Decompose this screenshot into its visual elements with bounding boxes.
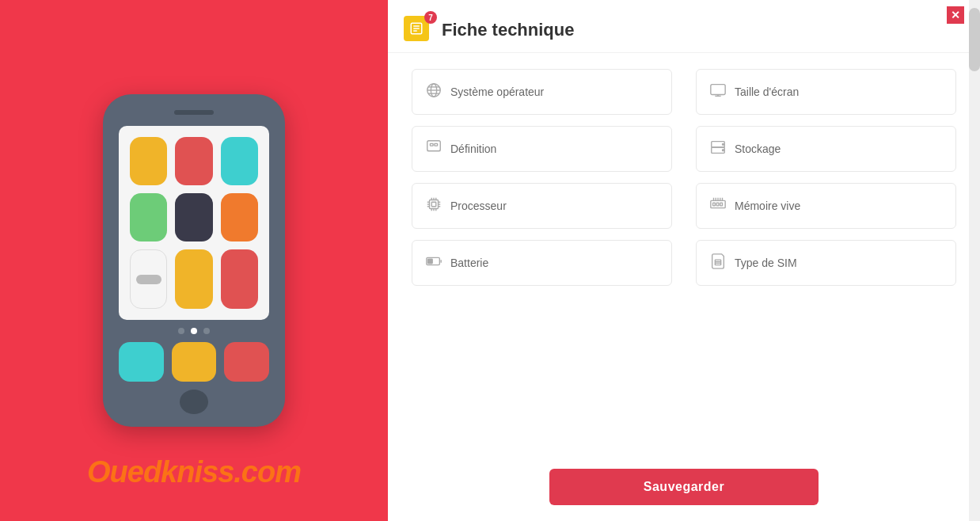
svg-rect-40 bbox=[713, 203, 716, 206]
battery-icon bbox=[425, 253, 443, 274]
field-label: Taille d'écran bbox=[735, 86, 799, 98]
field-label: Stockage bbox=[735, 143, 781, 155]
phone-speaker bbox=[174, 110, 214, 115]
field-batterie[interactable]: Batterie bbox=[412, 240, 672, 286]
svg-rect-20 bbox=[430, 200, 439, 208]
header-icon-wrap: 7 bbox=[404, 16, 432, 44]
dot-active bbox=[191, 328, 197, 334]
dialog-title: Fiche technique bbox=[442, 20, 574, 40]
home-button bbox=[180, 390, 208, 414]
app-icon bbox=[175, 249, 212, 309]
cpu-icon bbox=[425, 196, 443, 217]
svg-rect-45 bbox=[428, 259, 433, 264]
field-systeme-operateur[interactable]: Système opérateur bbox=[412, 69, 672, 115]
save-section: Sauvegarder bbox=[388, 458, 980, 521]
bottom-icon bbox=[224, 342, 269, 382]
app-icon bbox=[130, 193, 167, 241]
right-panel: 7 Fiche technique ✕ Système opérateur bbox=[388, 0, 980, 521]
svg-rect-33 bbox=[431, 202, 436, 207]
dialog-header: 7 Fiche technique ✕ bbox=[388, 0, 980, 53]
app-icon bbox=[175, 137, 212, 185]
app-icon bbox=[221, 249, 258, 309]
field-label: Mémoire vive bbox=[735, 200, 800, 212]
left-panel: Ouedkniss.com bbox=[0, 0, 388, 521]
app-icon bbox=[130, 137, 167, 185]
bottom-icon bbox=[172, 342, 217, 382]
field-type-sim[interactable]: Type de SIM bbox=[696, 240, 956, 286]
dot bbox=[178, 328, 184, 334]
svg-point-18 bbox=[723, 143, 724, 145]
os-icon bbox=[425, 82, 443, 103]
svg-rect-41 bbox=[716, 203, 719, 206]
field-memoire-vive[interactable]: Mémoire vive bbox=[696, 183, 956, 229]
svg-rect-46 bbox=[715, 260, 720, 264]
field-label: Processeur bbox=[450, 200, 507, 212]
app-icon bbox=[221, 193, 258, 241]
close-button[interactable]: ✕ bbox=[947, 6, 964, 24]
screen-icon bbox=[709, 82, 727, 103]
watermark: Ouedkniss.com bbox=[87, 455, 301, 489]
phone-illustration bbox=[103, 94, 285, 427]
sim-icon bbox=[709, 253, 727, 274]
note-icon bbox=[409, 21, 424, 36]
field-stockage[interactable]: Stockage bbox=[696, 126, 956, 172]
form-fields: Système opérateur Taille d'écran bbox=[388, 53, 980, 458]
svg-rect-14 bbox=[435, 143, 438, 146]
storage-icon bbox=[709, 139, 727, 160]
app-icon bbox=[175, 193, 212, 241]
svg-point-19 bbox=[723, 149, 724, 150]
field-taille-ecran[interactable]: Taille d'écran bbox=[696, 69, 956, 115]
svg-rect-9 bbox=[711, 84, 725, 94]
phone-dots bbox=[178, 328, 210, 334]
app-icon bbox=[130, 249, 167, 309]
ram-icon bbox=[709, 196, 727, 217]
scrollbar[interactable] bbox=[969, 0, 980, 521]
field-label: Batterie bbox=[450, 257, 488, 269]
phone-bottom-icons bbox=[119, 342, 269, 382]
app-icon bbox=[221, 137, 258, 185]
field-definition[interactable]: Définition bbox=[412, 126, 672, 172]
badge: 7 bbox=[424, 11, 437, 24]
bottom-icon bbox=[119, 342, 164, 382]
scrollbar-thumb[interactable] bbox=[969, 8, 980, 71]
save-button[interactable]: Sauvegarder bbox=[549, 469, 819, 505]
field-label: Définition bbox=[450, 143, 496, 155]
svg-rect-12 bbox=[427, 140, 441, 150]
svg-rect-13 bbox=[430, 143, 433, 146]
dot bbox=[203, 328, 210, 334]
field-label: Système opérateur bbox=[450, 86, 544, 98]
phone-screen bbox=[119, 126, 269, 320]
definition-icon bbox=[425, 139, 443, 160]
field-processeur[interactable]: Processeur bbox=[412, 183, 672, 229]
field-label: Type de SIM bbox=[735, 257, 797, 269]
svg-rect-42 bbox=[720, 203, 723, 206]
